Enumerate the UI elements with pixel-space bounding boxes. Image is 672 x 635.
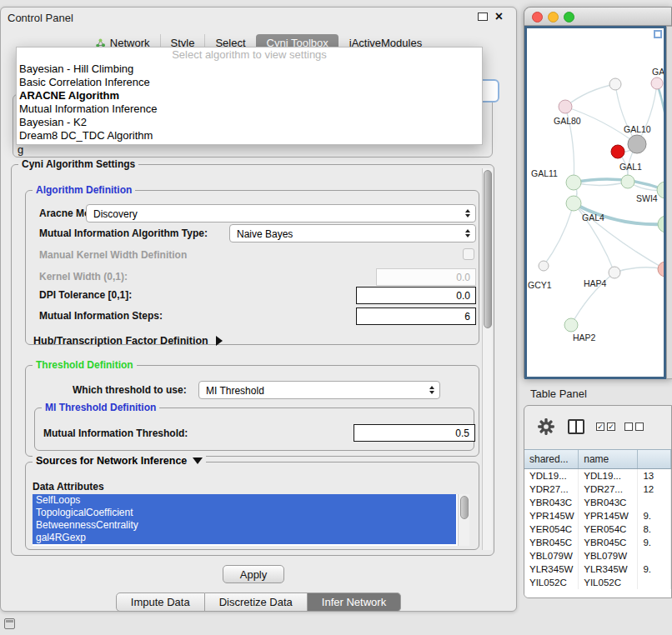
source-attribute-item[interactable]: TopologicalCoefficient bbox=[33, 507, 456, 519]
dpi-tolerance-input[interactable]: 0.0 bbox=[356, 287, 476, 304]
table-cell: YIL052C bbox=[579, 576, 638, 589]
checked-columns-icon[interactable] bbox=[596, 422, 615, 431]
network-node[interactable] bbox=[621, 175, 634, 188]
settings-scrollbar-thumb[interactable] bbox=[484, 170, 492, 328]
network-node[interactable] bbox=[564, 318, 578, 332]
source-attribute-item[interactable]: SelfLoops bbox=[33, 494, 456, 507]
algorithm-option[interactable]: Mutual Information Inference bbox=[17, 102, 482, 116]
settings-gear-icon[interactable] bbox=[537, 418, 555, 436]
mi-type-select[interactable]: Naive Bayes bbox=[229, 224, 476, 242]
apply-button[interactable]: Apply bbox=[223, 565, 284, 583]
table-cell: 9. bbox=[638, 562, 671, 576]
algorithm-definition-group: Algorithm Definition Aracne Mode: Discov… bbox=[25, 190, 479, 345]
column-header[interactable]: name bbox=[579, 450, 638, 468]
float-window-icon[interactable] bbox=[478, 12, 488, 21]
network-node[interactable] bbox=[658, 262, 664, 277]
network-node[interactable] bbox=[539, 261, 549, 271]
sources-scrollbar[interactable] bbox=[458, 494, 469, 546]
kernel-width-label: Kernel Width (0,1): bbox=[39, 271, 128, 282]
network-node[interactable] bbox=[658, 216, 664, 232]
source-attribute-item[interactable]: gal4RGexp bbox=[33, 532, 456, 544]
table-cell: YDR27... bbox=[579, 482, 638, 496]
table-panel-title: Table Panel bbox=[530, 388, 587, 400]
table-cell: YBR045C bbox=[579, 536, 638, 549]
algorithm-option[interactable]: Bayesian - K2 bbox=[17, 116, 482, 129]
hub-definition-expander[interactable]: Hub/Transcription Factor Definition bbox=[33, 335, 223, 347]
table-row[interactable]: YLR345WYLR345W9. bbox=[524, 562, 671, 576]
zoom-traffic-light-icon[interactable] bbox=[564, 12, 574, 22]
sources-group: Sources for Network Inference Data Attri… bbox=[25, 462, 479, 550]
network-window-titlebar[interactable] bbox=[524, 8, 671, 26]
network-canvas[interactable]: GALGAL80GAL10GAL11GAL1SWI4GAL4GCY1HAP4HA… bbox=[524, 26, 666, 379]
source-attribute-item[interactable]: BetweennessCentrality bbox=[33, 519, 456, 532]
window-controls: × bbox=[478, 12, 503, 22]
network-node[interactable] bbox=[657, 182, 664, 198]
table-cell: YPR145W bbox=[524, 509, 579, 522]
birdseye-toggle-icon[interactable] bbox=[654, 30, 662, 38]
kernel-width-input[interactable]: 0.0 bbox=[376, 268, 476, 286]
network-node[interactable] bbox=[559, 100, 572, 113]
which-threshold-select[interactable]: MI Threshold bbox=[198, 381, 440, 399]
combo-arrows-icon bbox=[465, 229, 470, 238]
mi-threshold-input[interactable]: 0.5 bbox=[354, 424, 475, 442]
bottom-tab-infer-network[interactable]: Infer Network bbox=[308, 592, 401, 612]
network-edge[interactable] bbox=[657, 83, 664, 190]
network-node-label: HAP2 bbox=[573, 332, 596, 342]
mi-steps-input[interactable]: 6 bbox=[356, 308, 476, 325]
table-cell: 9. bbox=[638, 536, 671, 549]
settings-scrollbar[interactable] bbox=[482, 168, 492, 550]
sources-scrollbar-thumb[interactable] bbox=[460, 496, 469, 519]
table-cell: YIL052C bbox=[524, 576, 579, 589]
column-header[interactable]: shared... bbox=[524, 450, 579, 468]
network-edge[interactable] bbox=[544, 203, 574, 266]
network-edge[interactable] bbox=[614, 268, 664, 272]
aracne-mode-value: Discovery bbox=[93, 208, 138, 220]
unchecked-columns-icon[interactable] bbox=[624, 422, 644, 431]
minimized-panel-icon[interactable] bbox=[4, 618, 15, 629]
network-edge[interactable] bbox=[637, 83, 657, 144]
algorithm-option[interactable]: Basic Correlation Inference bbox=[17, 76, 482, 89]
network-node[interactable] bbox=[609, 78, 621, 90]
minimize-traffic-light-icon[interactable] bbox=[548, 12, 559, 22]
table-cell bbox=[638, 576, 671, 589]
table-row[interactable]: YPR145WYPR145W9. bbox=[524, 509, 671, 522]
sources-title-row[interactable]: Sources for Network Inference bbox=[33, 455, 206, 467]
table-row[interactable]: YBR043CYBR043C bbox=[524, 496, 671, 509]
aracne-mode-select[interactable]: Discovery bbox=[86, 204, 476, 222]
network-edge[interactable] bbox=[565, 84, 615, 107]
table-cell: 9. bbox=[638, 509, 671, 522]
network-node[interactable] bbox=[651, 78, 663, 89]
table-row[interactable]: YDR27...YDR27...12 bbox=[524, 482, 671, 496]
table-row[interactable]: YIL052CYIL052C bbox=[524, 576, 671, 589]
column-header[interactable] bbox=[638, 450, 671, 468]
bottom-tab-impute-data[interactable]: Impute Data bbox=[116, 592, 205, 612]
network-node[interactable] bbox=[566, 175, 581, 190]
close-traffic-light-icon[interactable] bbox=[532, 12, 543, 22]
network-node[interactable] bbox=[609, 267, 620, 278]
combo-arrows-icon bbox=[465, 209, 470, 218]
network-node-label: GAL bbox=[652, 67, 664, 77]
network-node[interactable] bbox=[628, 135, 646, 153]
table-cell bbox=[638, 549, 671, 562]
bottom-tab-discretize-data[interactable]: Discretize Data bbox=[205, 592, 308, 612]
algorithm-option[interactable]: Bayesian - Hill Climbing bbox=[17, 62, 482, 76]
table-cell: YER054C bbox=[524, 522, 579, 536]
table-panel-window: shared...name YDL19...YDL19...13YDR27...… bbox=[524, 405, 672, 598]
manual-kernel-checkbox[interactable] bbox=[463, 248, 474, 260]
network-vertical-scrollbar[interactable] bbox=[666, 26, 672, 379]
control-panel-title: Control Panel bbox=[8, 12, 73, 24]
table-row[interactable]: YBL079WYBL079W bbox=[524, 549, 671, 562]
table-row[interactable]: YER054CYER054C8. bbox=[524, 522, 671, 536]
network-node[interactable] bbox=[611, 145, 624, 158]
data-attributes-label: Data Attributes bbox=[33, 481, 104, 492]
source-attributes-list: SelfLoopsTopologicalCoefficientBetweenne… bbox=[33, 494, 469, 546]
table-cell: YER054C bbox=[579, 522, 638, 536]
algorithm-option[interactable]: ARACNE Algorithm bbox=[17, 89, 482, 102]
table-row[interactable]: YDL19...YDL19...13 bbox=[524, 469, 671, 482]
network-node[interactable] bbox=[566, 196, 581, 211]
algorithm-option[interactable]: Dream8 DC_TDC Algorithm bbox=[17, 129, 482, 142]
hub-definition-label: Hub/Transcription Factor Definition bbox=[33, 335, 208, 347]
close-window-icon[interactable]: × bbox=[495, 12, 503, 22]
table-row[interactable]: YBR045CYBR045C9. bbox=[524, 536, 671, 549]
column-selector-icon[interactable] bbox=[568, 419, 584, 434]
